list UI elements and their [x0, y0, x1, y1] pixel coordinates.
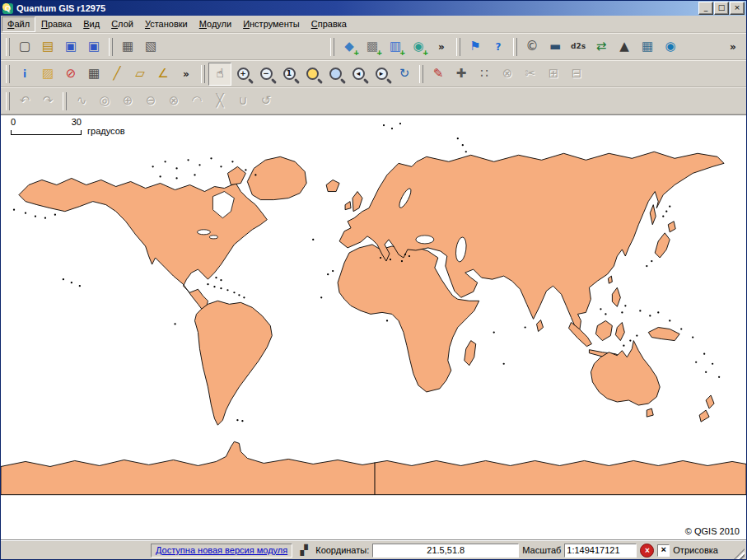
refresh-map-button[interactable]: ↻	[393, 63, 416, 86]
rotate-point-symbols-button: ↺	[254, 90, 278, 113]
toolbar-handle[interactable]	[63, 92, 67, 110]
coordinates-label: Координаты:	[315, 545, 369, 555]
toolbar-handle[interactable]	[456, 38, 460, 56]
title-bar[interactable]: Q Quantum GIS r12975 _□×	[1, 1, 746, 16]
add-wms-layer-button[interactable]: ◉	[407, 35, 430, 58]
plugins-toolbar-overflow[interactable]: »	[721, 35, 745, 58]
scale-bar-start: 0	[11, 118, 16, 127]
progress-area	[2, 544, 147, 558]
save-project-as-button[interactable]: ▣	[82, 35, 105, 58]
zoom-next-button[interactable]: ▸	[370, 63, 393, 86]
menu-plugins[interactable]: Модули	[194, 16, 237, 32]
new-print-composer-button[interactable]: ▦	[116, 35, 139, 58]
toolbar-handle[interactable]	[6, 92, 10, 110]
scale-label: Масштаб	[522, 545, 561, 555]
save-project-button[interactable]: ▣	[59, 35, 82, 58]
zoom-to-selection-button[interactable]	[324, 63, 347, 86]
merge-features-button: ∪	[231, 90, 254, 113]
zoom-last-button[interactable]: ◂	[347, 63, 370, 86]
scale-input[interactable]	[564, 544, 637, 558]
add-raster-layer-button[interactable]: ▩	[361, 35, 384, 58]
copyright-label: © QGIS 2010	[685, 526, 740, 536]
north-arrow-plugin-button[interactable]: ▲	[613, 35, 636, 58]
toggle-extents-icon[interactable]: ▞	[296, 543, 312, 558]
add-part-button: ⊕	[116, 90, 139, 113]
toolbar-handle[interactable]	[6, 38, 10, 56]
map-canvas[interactable]: 0 30 градусов © QGIS 2010	[1, 114, 746, 540]
plugin-update-link[interactable]: Доступна новая версия модуля	[156, 545, 287, 555]
layers-toolbar-overflow[interactable]: »	[430, 35, 453, 58]
add-vector-layer-button[interactable]: ◆	[338, 35, 361, 58]
scale-bar: 0 30 градусов	[11, 118, 125, 135]
toolbar-row-file-plugins: ▢▤▣▣▦▧◆▩▥◉»⚑?©▬d2s⇄▲▦◉»	[1, 33, 746, 60]
menu-edit[interactable]: Правка	[35, 16, 77, 32]
zoom-out-button[interactable]: −	[254, 63, 278, 86]
copy-features-button: ⊞	[542, 63, 565, 86]
scale-bar-bracket	[11, 130, 82, 135]
stop-rendering-button[interactable]: ×	[640, 544, 654, 558]
toolbar-handle[interactable]	[419, 65, 423, 83]
toolbar-handle[interactable]	[109, 38, 113, 56]
toolbar-handle[interactable]	[6, 65, 10, 83]
open-project-button[interactable]: ▤	[36, 35, 59, 58]
split-features-button: ╳	[208, 90, 231, 113]
toolbar-row-attributes-navigation: i▨⊘▦╱▱∠»☝+−1◂▸↻✎✚∷⊗✂⊞⊟	[1, 60, 746, 87]
mapserver-export-plugin-button[interactable]: ▦	[636, 35, 659, 58]
minimize-button[interactable]: _	[698, 2, 713, 15]
toolbar-handle[interactable]	[513, 38, 517, 56]
window-controls: _□×	[698, 2, 745, 15]
copyright-label-plugin-button[interactable]: ©	[521, 35, 544, 58]
menu-bar: ФайлПравкаВидСлойУстановкиМодулиИнструме…	[1, 16, 746, 33]
maximize-button[interactable]: □	[714, 2, 729, 15]
zoom-native-resolution-button[interactable]: 1	[278, 63, 301, 86]
measure-area-button[interactable]: ▱	[128, 63, 152, 86]
node-tool-button[interactable]: ∷	[473, 63, 496, 86]
menu-settings[interactable]: Установки	[139, 16, 194, 32]
deselect-features-button[interactable]: ⊘	[59, 63, 82, 86]
qgis-logo-icon: Q	[2, 3, 13, 14]
add-postgis-layer-button[interactable]: ▥	[384, 35, 407, 58]
resize-grip[interactable]	[734, 548, 745, 559]
menu-tools[interactable]: Инструменты	[237, 16, 306, 32]
undo-button: ↶	[13, 90, 36, 113]
measure-line-button[interactable]: ╱	[105, 63, 128, 86]
coordinate-capture-plugin-button[interactable]: ◉	[659, 35, 682, 58]
menu-layer[interactable]: Слой	[105, 16, 139, 32]
move-feature-button[interactable]: ✚	[450, 63, 473, 86]
toolbar-handle[interactable]	[330, 38, 334, 56]
scale-bar-units: градусов	[87, 127, 125, 135]
cut-features-button: ✂	[519, 63, 542, 86]
menu-help[interactable]: Справка	[306, 16, 352, 32]
redo-button: ↷	[36, 90, 59, 113]
reshape-features-button: ◠	[185, 90, 208, 113]
ogr-converter-plugin-button[interactable]: ⇄	[590, 35, 613, 58]
pan-map-button[interactable]: ☝	[208, 63, 231, 86]
delete-part-button: ⊗	[162, 90, 185, 113]
zoom-in-button[interactable]: +	[231, 63, 254, 86]
add-ring-button: ◎	[93, 90, 116, 113]
select-features-button[interactable]: ▨	[36, 63, 59, 86]
render-checkbox[interactable]: ×	[657, 544, 670, 557]
coordinates-input[interactable]	[372, 544, 519, 558]
menu-file[interactable]: Файл	[2, 16, 35, 32]
toolbar-row-digitizing: ↶↷∿◎⊕⊖⊗◠╳∪↺	[1, 87, 746, 114]
toggle-editing-button[interactable]: ✎	[427, 63, 450, 86]
composer-manager-button[interactable]: ▧	[139, 35, 162, 58]
whats-this-button[interactable]: ?	[487, 35, 510, 58]
close-button[interactable]: ×	[730, 2, 745, 15]
attributes-toolbar-overflow[interactable]: »	[175, 63, 198, 86]
menu-view[interactable]: Вид	[77, 16, 105, 32]
zoom-full-button[interactable]	[301, 63, 324, 86]
open-attribute-table-button[interactable]: ▦	[82, 63, 105, 86]
toolbar-handle[interactable]	[201, 65, 205, 83]
show-bookmarks-button[interactable]: ⚑	[464, 35, 487, 58]
dxf2shp-plugin-button[interactable]: d2s	[567, 35, 590, 58]
plugin-update-panel: Доступна новая версия модуля	[151, 544, 292, 558]
measure-angle-button[interactable]: ∠	[152, 63, 175, 86]
identify-features-button[interactable]: i	[13, 63, 36, 86]
scale-bar-plugin-button[interactable]: ▬	[544, 35, 567, 58]
new-project-button[interactable]: ▢	[13, 35, 36, 58]
world-map	[1, 115, 746, 539]
window-title: Quantum GIS r12975	[16, 3, 694, 13]
delete-selected-button: ⊗	[496, 63, 519, 86]
